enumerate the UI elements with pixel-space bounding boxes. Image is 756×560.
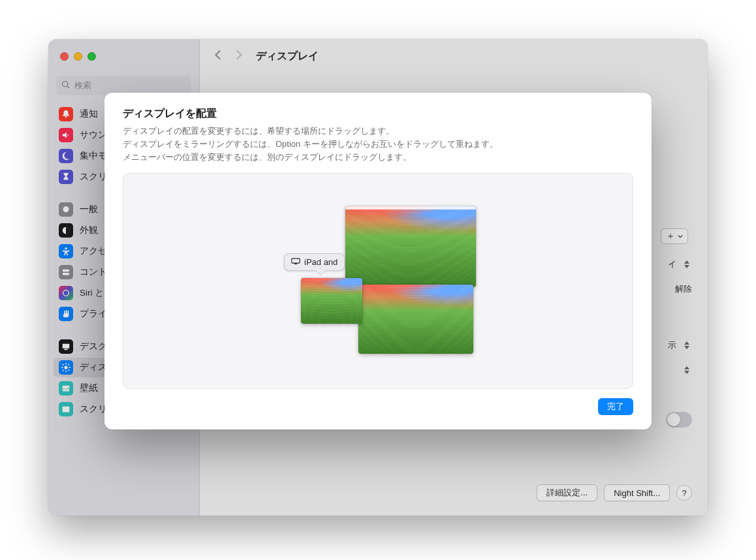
chevron-down-icon bbox=[678, 234, 683, 239]
appearance-icon bbox=[59, 223, 73, 238]
display-label-tooltip: iPad and bbox=[284, 253, 345, 271]
night-shift-button[interactable]: Night Shift... bbox=[604, 484, 670, 501]
sheet-help-line: ディスプレイをミラーリングするには、Option キーを押しながらお互いをドラッ… bbox=[123, 138, 633, 151]
sidebar-item-label: 一般 bbox=[80, 204, 98, 215]
screensaver-icon bbox=[59, 402, 73, 416]
search-icon bbox=[61, 80, 71, 91]
option-value: イ bbox=[668, 258, 676, 270]
add-display-button[interactable]: ＋ bbox=[661, 228, 688, 244]
gear-icon bbox=[59, 202, 73, 217]
menu-bar-indicator[interactable] bbox=[345, 206, 476, 210]
svg-point-1 bbox=[65, 247, 67, 250]
svg-rect-2 bbox=[63, 270, 70, 272]
display-thumbnail-ipad[interactable] bbox=[301, 278, 362, 324]
svg-rect-9 bbox=[63, 407, 70, 412]
sheet-title: ディスプレイを配置 bbox=[123, 107, 633, 121]
done-button[interactable]: 完了 bbox=[598, 398, 633, 415]
sidebar-item-label: 壁紙 bbox=[80, 382, 98, 394]
option-value: 解除 bbox=[675, 283, 692, 295]
svg-rect-6 bbox=[64, 349, 67, 350]
sheet-help-line: メニューバーの位置を変更するには、別のディスプレイにドラッグします。 bbox=[123, 151, 633, 164]
sidebar-item-label: 外観 bbox=[80, 225, 98, 236]
speaker-icon bbox=[59, 128, 73, 142]
toolbar: ディスプレイ bbox=[200, 39, 708, 73]
svg-point-4 bbox=[63, 290, 69, 296]
advanced-button[interactable]: 詳細設定... bbox=[537, 484, 597, 501]
stepper-icon bbox=[682, 364, 692, 377]
sheet-help-line: ディスプレイの配置を変更するには、希望する場所にドラッグします。 bbox=[123, 125, 633, 138]
stepper-icon bbox=[682, 258, 692, 271]
display-arrangement-area[interactable]: iPad and bbox=[123, 173, 633, 389]
window-controls bbox=[60, 52, 96, 61]
sidebar-item-label: 通知 bbox=[80, 108, 98, 120]
nav-arrows bbox=[213, 49, 244, 63]
tooltip-text: iPad and bbox=[304, 257, 338, 267]
search-placeholder: 検索 bbox=[74, 80, 91, 91]
system-settings-window: 検索 通知 サウンド 集中モード スクリーンタイム bbox=[48, 39, 708, 516]
desktop-icon bbox=[59, 339, 73, 354]
hand-icon bbox=[59, 307, 73, 321]
moon-icon bbox=[59, 149, 73, 163]
minimize-window-button[interactable] bbox=[74, 52, 82, 61]
airplay-icon bbox=[291, 257, 300, 267]
svg-rect-10 bbox=[292, 259, 300, 264]
svg-rect-5 bbox=[63, 344, 70, 349]
svg-rect-3 bbox=[63, 273, 70, 275]
footer-buttons: 詳細設定... Night Shift... ? bbox=[537, 484, 692, 501]
close-window-button[interactable] bbox=[60, 52, 69, 61]
help-button[interactable]: ? bbox=[676, 485, 692, 501]
display-thumbnail-secondary[interactable] bbox=[358, 285, 473, 354]
wallpaper-icon bbox=[59, 381, 73, 396]
hourglass-icon bbox=[59, 170, 73, 184]
plus-icon: ＋ bbox=[666, 230, 675, 242]
svg-point-7 bbox=[64, 366, 67, 369]
display-thumbnail-main[interactable] bbox=[345, 206, 476, 287]
arrange-displays-sheet: ディスプレイを配置 ディスプレイの配置を変更するには、希望する場所にドラッグしま… bbox=[104, 93, 652, 429]
switches-icon bbox=[59, 265, 73, 279]
toggle-switch[interactable] bbox=[666, 412, 692, 428]
back-button[interactable] bbox=[213, 49, 225, 63]
option-value: 示 bbox=[668, 339, 676, 351]
accessibility-icon bbox=[59, 244, 73, 258]
page-title: ディスプレイ bbox=[256, 50, 319, 63]
stepper-icon bbox=[682, 339, 692, 352]
zoom-window-button[interactable] bbox=[87, 52, 96, 61]
forward-button[interactable] bbox=[232, 49, 244, 63]
bell-icon bbox=[59, 107, 73, 121]
siri-icon bbox=[59, 286, 73, 300]
sun-icon bbox=[59, 360, 73, 375]
